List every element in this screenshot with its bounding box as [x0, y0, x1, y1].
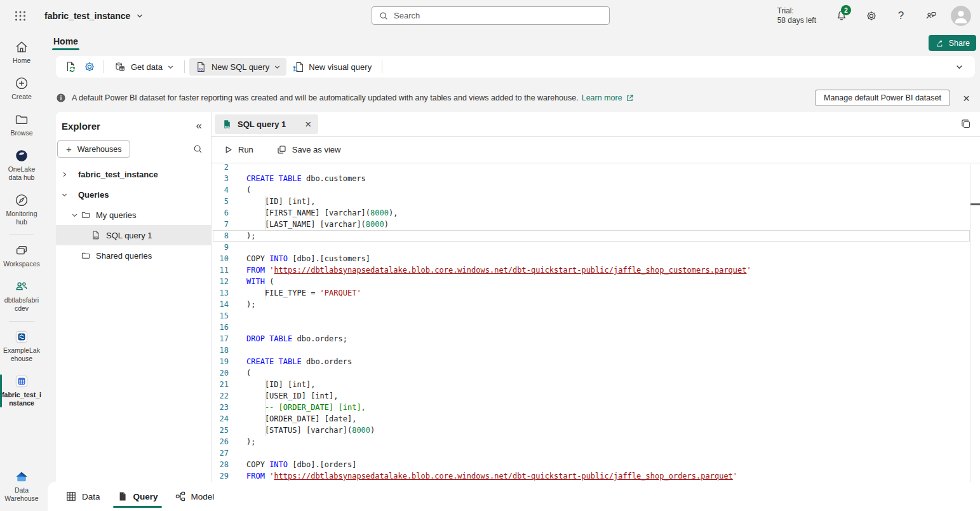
- settings-button[interactable]: [856, 0, 886, 32]
- banner-close-icon[interactable]: ×: [963, 92, 970, 104]
- settings-toolbar-button[interactable]: [80, 58, 99, 76]
- refresh-button[interactable]: [61, 58, 80, 76]
- copy-icon[interactable]: [960, 118, 972, 130]
- app-launcher-button[interactable]: [9, 4, 32, 27]
- toolbar-expand-button[interactable]: [955, 63, 963, 71]
- chevron-down-icon: [70, 212, 78, 219]
- rail-item-create[interactable]: Create: [0, 71, 43, 107]
- tab-home[interactable]: Home: [52, 32, 79, 51]
- code-line-10[interactable]: 10COPY INTO [dbo].[customers]: [211, 253, 980, 264]
- manage-default-dataset-button[interactable]: Manage default Power BI dataset: [815, 90, 950, 106]
- tree-item-sql-query-1[interactable]: SQL SQL query 1: [56, 225, 211, 245]
- collapse-explorer-icon[interactable]: «: [196, 119, 202, 132]
- code-text: [LAST_NAME] [varchar](8000): [246, 219, 389, 230]
- notifications-button[interactable]: 2: [826, 0, 856, 32]
- rail-item-examplelakehouse[interactable]: ExampleLakehouse: [0, 324, 43, 369]
- save-as-view-button[interactable]: Save as view: [272, 142, 345, 158]
- rail-item-browse[interactable]: Browse: [0, 107, 43, 143]
- code-line-7[interactable]: 7 [LAST_NAME] [varchar](8000): [211, 219, 980, 230]
- code-line-20[interactable]: 20(: [211, 367, 980, 379]
- feedback-button[interactable]: [916, 0, 946, 32]
- get-data-button[interactable]: Get data: [109, 58, 180, 76]
- code-line-19[interactable]: 19CREATE TABLE dbo.orders: [211, 356, 980, 367]
- line-number: 19: [211, 356, 229, 367]
- tree-item-my-queries[interactable]: My queries: [56, 205, 211, 225]
- workspace-name: fabric_test_instance: [44, 11, 130, 21]
- search-input[interactable]: [394, 11, 609, 20]
- new-sql-query-button[interactable]: SQL New SQL query: [189, 58, 286, 76]
- query-tab[interactable]: SQL SQL query 1 ×: [215, 114, 318, 134]
- code-line-5[interactable]: 5 [ID] [int],: [211, 196, 980, 207]
- line-number: 21: [211, 379, 229, 390]
- tab-model[interactable]: Model: [171, 482, 218, 511]
- account-avatar[interactable]: [951, 6, 971, 26]
- code-line-14[interactable]: 14);: [211, 299, 980, 310]
- code-line-17[interactable]: 17DROP TABLE dbo.orders;: [211, 333, 980, 344]
- code-text: FROM 'https://dbtlabsynapsedatalake.blob…: [246, 470, 737, 482]
- code-text: [ID] [int],: [246, 196, 315, 207]
- code-line-24[interactable]: 24 [ORDER_DATE] [date],: [211, 413, 980, 425]
- code-line-22[interactable]: 22 [USER_ID] [int],: [211, 390, 980, 402]
- rail-item-fabric-test-instance[interactable]: fabric_test_instance: [0, 369, 43, 413]
- rail-item-home[interactable]: Home: [0, 34, 43, 71]
- code-line-12[interactable]: 12WITH (: [211, 276, 980, 287]
- code-line-4[interactable]: 4(: [211, 184, 980, 196]
- line-number: 9: [211, 242, 229, 253]
- rail-item-dbtlabsfabricdev[interactable]: dbtlabsfabricdev: [0, 274, 43, 318]
- lakehouse-icon: [14, 329, 29, 344]
- code-line-16[interactable]: 16: [211, 322, 980, 333]
- code-line-27[interactable]: 27: [211, 447, 980, 459]
- chevron-down-icon: [136, 12, 144, 20]
- code-line-15[interactable]: 15: [211, 310, 980, 322]
- line-number: 4: [211, 184, 229, 196]
- code-line-21[interactable]: 21 [ID] [int],: [211, 379, 980, 390]
- code-line-9[interactable]: 9: [211, 242, 980, 253]
- code-line-23[interactable]: 23 -- [ORDER_DATE] [int],: [211, 402, 980, 413]
- code-line-3[interactable]: 3CREATE TABLE dbo.customers: [211, 173, 980, 184]
- line-number: 7: [211, 219, 229, 230]
- add-warehouses-button[interactable]: + Warehouses: [57, 140, 130, 158]
- new-visual-query-button[interactable]: New visual query: [286, 58, 377, 76]
- help-button[interactable]: ?: [886, 0, 916, 32]
- tab-data[interactable]: Data: [62, 482, 104, 511]
- sql-editor[interactable]: 23CREATE TABLE dbo.customers4(5 [ID] [in…: [211, 164, 980, 482]
- line-number: 5: [211, 196, 229, 207]
- ribbon-toolbar: Get data SQL New SQL query New visual qu…: [56, 56, 975, 78]
- code-line-11[interactable]: 11FROM 'https://dbtlabsynapsedatalake.bl…: [211, 264, 980, 276]
- rail-item-label: Create: [11, 93, 32, 101]
- close-tab-icon[interactable]: ×: [305, 119, 311, 130]
- rail-item-onelake-data-hub[interactable]: OneLakedata hub: [0, 143, 43, 187]
- code-line-13[interactable]: 13 FILE_TYPE = 'PARQUET': [211, 287, 980, 299]
- tab-query[interactable]: Query: [113, 482, 162, 511]
- code-line-29[interactable]: 29FROM 'https://dbtlabsynapsedatalake.bl…: [211, 470, 980, 482]
- line-number: 11: [211, 264, 229, 276]
- view-switcher-bar: Data Query Model: [48, 482, 980, 511]
- rail-item-label: ExampleLakehouse: [3, 346, 40, 363]
- code-line-18[interactable]: 18: [211, 344, 980, 356]
- line-number: 26: [211, 436, 229, 447]
- code-line-26[interactable]: 26);: [211, 436, 980, 447]
- code-text: (: [246, 184, 251, 196]
- code-text: [FIRST_NAME] [varchar](8000),: [246, 207, 398, 219]
- rail-item-data-warehouse[interactable]: DataWarehouse: [0, 464, 43, 508]
- code-line-25[interactable]: 25 [STATUS] [varchar](8000): [211, 425, 980, 436]
- code-line-8[interactable]: 8);: [211, 230, 980, 242]
- explorer-title: Explorer: [62, 121, 100, 132]
- query-tab-row: SQL SQL query 1 ×: [211, 112, 980, 137]
- rail-item-workspaces[interactable]: Workspaces: [0, 238, 43, 274]
- tree-item-warehouse[interactable]: fabric_test_instance: [56, 164, 211, 184]
- tree-item-queries[interactable]: Queries: [56, 184, 211, 205]
- run-button[interactable]: Run: [220, 142, 257, 157]
- tree-item-shared-queries[interactable]: Shared queries: [56, 245, 211, 266]
- rail-item-monitoring-hub[interactable]: Monitoringhub: [0, 187, 43, 232]
- code-line-2[interactable]: 2: [211, 164, 980, 173]
- line-number: 22: [211, 390, 229, 402]
- workspace-switcher[interactable]: fabric_test_instance: [44, 11, 144, 21]
- code-line-28[interactable]: 28COPY INTO [dbo].[orders]: [211, 459, 980, 470]
- learn-more-link[interactable]: Learn more: [582, 93, 634, 102]
- explorer-search-icon[interactable]: [192, 144, 203, 154]
- search-icon: [379, 11, 389, 21]
- code-line-6[interactable]: 6 [FIRST_NAME] [varchar](8000),: [211, 207, 980, 219]
- scrollbar-position-marker[interactable]: [970, 203, 980, 205]
- share-button[interactable]: Share: [929, 35, 976, 51]
